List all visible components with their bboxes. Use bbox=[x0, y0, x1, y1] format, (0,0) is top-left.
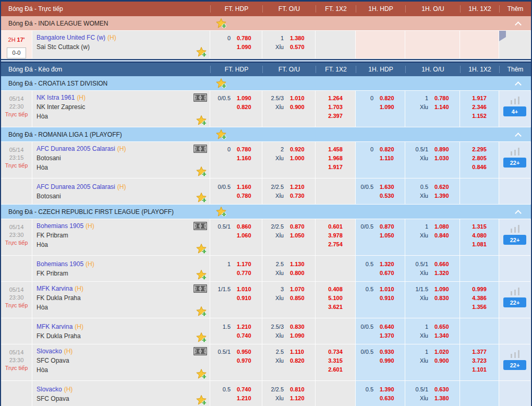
home-team-link[interactable]: MFK Karvina bbox=[37, 285, 72, 292]
odds-price[interactable]: 1.120 bbox=[290, 394, 312, 403]
ft-1x2-cell[interactable]: 1.264 1.703 2.397 bbox=[316, 91, 356, 127]
odds-price[interactable]: 0.999 bbox=[460, 285, 499, 294]
odds-price[interactable]: 0.830 bbox=[434, 294, 456, 303]
ft-ou-cell[interactable]: 11.380 Xỉu0.570 bbox=[262, 31, 316, 58]
odds-price[interactable]: 0.740 bbox=[237, 331, 259, 340]
odds-price[interactable]: 1.370 bbox=[380, 331, 402, 340]
ft-hdp-cell[interactable]: 0.5/10.950 0.970 bbox=[210, 344, 262, 380]
odds-price[interactable]: 0.950 bbox=[237, 348, 259, 356]
odds-price[interactable]: 1.080 bbox=[434, 222, 456, 231]
favorite-star-icon[interactable] bbox=[196, 244, 207, 254]
odds-price[interactable]: 0.630 bbox=[434, 385, 456, 394]
ft-1x2-cell[interactable] bbox=[316, 31, 356, 58]
favorite-star-slot[interactable] bbox=[216, 129, 226, 141]
favorite-star-icon[interactable] bbox=[196, 332, 207, 342]
ft-ou-cell[interactable]: 2/2.50.870 Xỉu1.050 bbox=[262, 219, 316, 255]
odds-price[interactable]: 0.730 bbox=[290, 192, 312, 200]
odds-price[interactable]: 1.210 bbox=[237, 394, 259, 403]
favorite-star-icon[interactable] bbox=[196, 395, 207, 405]
odds-price[interactable]: 0.800 bbox=[290, 269, 312, 278]
1h-hdp-cell[interactable]: 0.51.010 0.910 bbox=[356, 282, 405, 318]
ft-1x2-cell[interactable] bbox=[316, 256, 356, 281]
favorite-star-icon[interactable] bbox=[196, 115, 207, 125]
home-team-link[interactable]: AFC Dunarea 2005 Calarasi bbox=[37, 145, 115, 152]
odds-price[interactable]: 1.380 bbox=[290, 34, 312, 43]
away-team-link[interactable]: SFC Opava bbox=[37, 357, 69, 364]
ft-ou-cell[interactable]: 2.5/31.010 Xỉu0.900 bbox=[262, 91, 316, 127]
odds-price[interactable]: 1.160 bbox=[237, 183, 259, 192]
ft-ou-cell[interactable]: 2.5/30.830 Xỉu1.090 bbox=[262, 318, 316, 344]
away-team-link[interactable]: SFC Opava bbox=[37, 395, 69, 402]
odds-price[interactable]: 0.850 bbox=[290, 294, 312, 303]
odds-price[interactable]: 1.320 bbox=[380, 260, 402, 269]
odds-price[interactable]: 0.820 bbox=[380, 145, 402, 154]
odds-price[interactable]: 0.820 bbox=[380, 94, 402, 103]
1h-1x2-cell[interactable]: 1.917 2.346 1.152 bbox=[460, 91, 499, 127]
pitch-lineup-icon[interactable] bbox=[194, 347, 207, 355]
1h-ou-cell[interactable]: 0.5/10.630 Xỉu1.380 bbox=[405, 381, 460, 406]
1h-1x2-cell[interactable] bbox=[460, 318, 499, 344]
pitch-lineup-icon[interactable] bbox=[194, 145, 207, 153]
ft-hdp-cell[interactable]: 00.780 1.090 bbox=[210, 31, 262, 58]
away-team-link[interactable]: Botosani bbox=[37, 193, 61, 200]
chevron-up-icon[interactable] bbox=[515, 21, 522, 28]
1h-hdp-cell[interactable]: 0.51.320 0.670 bbox=[356, 256, 405, 281]
1h-ou-cell[interactable]: 0.5/10.660 Xỉu1.320 bbox=[405, 256, 460, 281]
odds-price[interactable]: 0.910 bbox=[237, 294, 259, 303]
favorite-star-icon[interactable] bbox=[216, 207, 226, 217]
ft-hdp-cell[interactable]: 0/0.51.160 0.780 bbox=[210, 178, 262, 204]
home-team-link[interactable]: Bangalore United FC (w) bbox=[37, 34, 105, 41]
odds-price[interactable]: 0.770 bbox=[237, 269, 259, 278]
odds-price[interactable]: 1.030 bbox=[434, 154, 456, 163]
1h-1x2-cell[interactable] bbox=[460, 256, 499, 281]
play-triangle-icon[interactable] bbox=[499, 31, 506, 41]
odds-price[interactable]: 1.917 bbox=[316, 163, 355, 172]
home-team-link[interactable]: AFC Dunarea 2005 Calarasi bbox=[37, 183, 115, 190]
odds-price[interactable]: 2.805 bbox=[460, 154, 499, 163]
odds-price[interactable]: 1.101 bbox=[460, 365, 499, 374]
ft-1x2-cell[interactable] bbox=[316, 318, 356, 344]
odds-price[interactable]: 0.820 bbox=[237, 103, 259, 112]
odds-price[interactable]: 1.356 bbox=[460, 303, 499, 312]
away-team-link[interactable]: FK Pribram bbox=[37, 232, 68, 239]
1h-ou-cell[interactable]: 0.5/10.890 Xỉu1.030 bbox=[405, 142, 460, 178]
ft-1x2-cell[interactable] bbox=[316, 381, 356, 406]
odds-price[interactable]: 1.152 bbox=[460, 112, 499, 121]
odds-price[interactable]: 0.780 bbox=[434, 94, 456, 103]
home-team-link[interactable]: NK Istra 1961 bbox=[37, 94, 75, 101]
odds-price[interactable]: 2.295 bbox=[460, 145, 499, 154]
odds-price[interactable]: 1.010 bbox=[380, 285, 402, 294]
favorite-star-icon[interactable] bbox=[196, 193, 207, 202]
odds-price[interactable]: 1.968 bbox=[316, 154, 355, 163]
odds-price[interactable]: 0.640 bbox=[380, 323, 402, 331]
odds-price[interactable]: 1.160 bbox=[237, 154, 259, 163]
odds-price[interactable]: 1.390 bbox=[380, 385, 402, 394]
odds-price[interactable]: 3.978 bbox=[316, 231, 355, 240]
odds-price[interactable]: 2.601 bbox=[316, 365, 355, 374]
ft-hdp-cell[interactable]: 1.51.210 0.740 bbox=[210, 318, 262, 344]
away-team-link[interactable]: FK Dukla Praha bbox=[37, 294, 81, 302]
ft-hdp-cell[interactable]: 0.5/10.860 1.060 bbox=[210, 219, 262, 255]
favorite-star-slot[interactable] bbox=[216, 207, 226, 218]
odds-price[interactable]: 1.090 bbox=[380, 103, 402, 112]
ft-1x2-cell[interactable]: 1.458 1.968 1.917 bbox=[316, 142, 356, 178]
favorite-star-icon[interactable] bbox=[216, 78, 226, 88]
away-team-link[interactable]: Sai Stc Cuttack (w) bbox=[37, 43, 90, 51]
favorite-star-icon[interactable] bbox=[196, 306, 207, 316]
ft-ou-cell[interactable]: 2/2.50.810 Xỉu1.120 bbox=[262, 381, 316, 406]
home-team-link[interactable]: Slovacko bbox=[37, 348, 62, 355]
odds-price[interactable]: 4.386 bbox=[460, 294, 499, 303]
favorite-star-slot[interactable] bbox=[216, 78, 226, 90]
ft-ou-cell[interactable]: 2/2.51.210 Xỉu0.730 bbox=[262, 178, 316, 204]
odds-price[interactable]: 0.930 bbox=[380, 348, 402, 356]
1h-1x2-cell[interactable]: 0.999 4.386 1.356 bbox=[460, 282, 499, 318]
odds-price[interactable]: 0.650 bbox=[434, 323, 456, 331]
odds-price[interactable]: 1.010 bbox=[237, 285, 259, 294]
odds-price[interactable]: 1.090 bbox=[237, 94, 259, 103]
odds-price[interactable]: 0.620 bbox=[434, 183, 456, 192]
pitch-lineup-icon[interactable] bbox=[194, 93, 207, 102]
odds-price[interactable]: 1.090 bbox=[237, 43, 259, 52]
odds-price[interactable]: 0.810 bbox=[290, 385, 312, 394]
ft-ou-cell[interactable]: 2.51.130 Xỉu0.800 bbox=[262, 256, 316, 281]
odds-price[interactable]: 0.890 bbox=[434, 145, 456, 154]
